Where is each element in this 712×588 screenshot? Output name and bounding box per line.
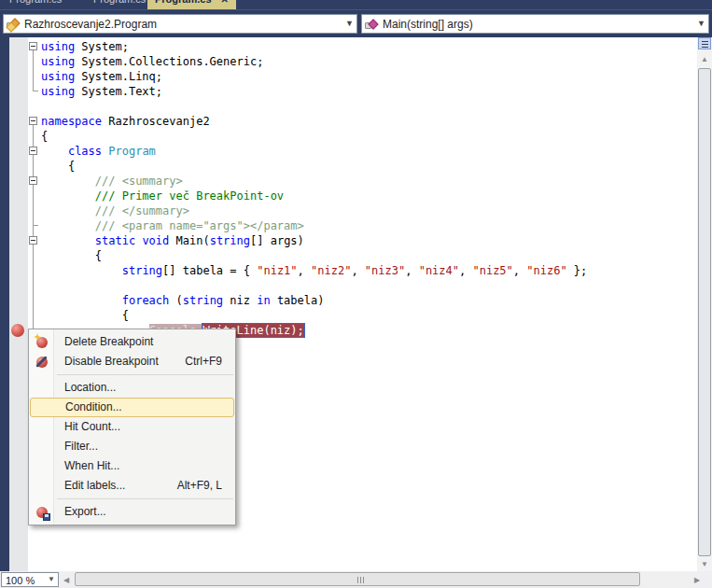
code-segment-ty: Program	[108, 145, 156, 158]
code-line[interactable]: {	[41, 129, 587, 144]
code-line[interactable]: /// <param name="args"></param>	[41, 218, 587, 233]
breakpoint-glyph[interactable]	[11, 324, 24, 337]
code-line[interactable]: foreach (string niz in tabela)	[41, 293, 587, 308]
scroll-right-icon[interactable]: ▶	[692, 576, 702, 584]
menu-item-hit-count[interactable]: Hit Count...	[29, 417, 235, 437]
collapse-minus-icon[interactable]	[29, 117, 37, 125]
code-line[interactable]: /// Primer več BreakPoint-ov	[41, 189, 587, 203]
collapse-minus-icon[interactable]	[29, 236, 37, 245]
menu-item-export[interactable]: Export...	[29, 502, 235, 522]
collapse-minus-icon[interactable]	[29, 42, 37, 50]
code-segment-doc: /// <param name="args"></param>	[41, 219, 304, 232]
code-segment-kw: using	[41, 40, 75, 53]
vertical-scroll-thumb[interactable]	[698, 68, 711, 556]
code-segment-pl: System.Collections.Generic;	[75, 55, 263, 68]
code-segment-str: "niz1"	[257, 264, 297, 277]
code-segment-kw: namespace	[41, 115, 102, 128]
horizontal-scroll-thumb[interactable]	[75, 572, 640, 586]
code-segment-kw: using	[41, 85, 75, 98]
menu-item-shortcut: Ctrl+F9	[185, 352, 222, 371]
members-dropdown-value: Main(string[] args)	[383, 18, 473, 31]
code-segment-pl: [] tabela = {	[162, 264, 257, 277]
code-line[interactable]: using System.Linq;	[41, 69, 587, 84]
scroll-up-icon[interactable]: ▲	[697, 55, 712, 63]
menu-item-label: Location...	[64, 381, 116, 394]
class-icon	[7, 17, 21, 32]
code-text[interactable]: using System;using System.Collections.Ge…	[41, 39, 587, 338]
code-segment-str: "niz3"	[365, 264, 405, 277]
code-line[interactable]: {	[41, 248, 587, 263]
chevron-down-icon[interactable]: ▼	[344, 19, 355, 29]
code-segment-pl: ,	[459, 264, 472, 277]
menu-item-label: Disable Breakpoint	[64, 355, 159, 368]
menu-item-location[interactable]: Location...	[29, 378, 235, 398]
scroll-grip	[357, 577, 370, 583]
collapse-minus-icon[interactable]	[29, 176, 37, 185]
code-segment-pl: tabela)	[271, 294, 325, 307]
code-segment-pl: {	[41, 309, 129, 322]
splitter-handle[interactable]	[698, 37, 711, 49]
code-line[interactable]: /// </summary>	[41, 203, 587, 218]
breakpoint-margin[interactable]	[9, 37, 28, 571]
menu-item-label: Filter...	[64, 440, 98, 453]
code-segment-pl	[41, 145, 68, 158]
code-segment-pl	[41, 264, 122, 277]
outline-guide	[33, 50, 34, 91]
code-segment-pl: System.Text;	[75, 85, 162, 98]
outline-guide	[33, 185, 34, 226]
outline-guide-end	[33, 91, 38, 91]
code-segment-com: /// Primer več BreakPoint-ov	[41, 189, 284, 203]
code-segment-kw: string	[183, 294, 223, 307]
code-line[interactable]	[41, 278, 587, 293]
members-dropdown[interactable]: Main(string[] args) ▼	[361, 14, 709, 34]
scroll-left-icon[interactable]: ◀	[62, 576, 71, 584]
menu-item-label: Export...	[64, 505, 106, 518]
types-dropdown-value: Razhroscevanje2.Program	[24, 18, 157, 31]
menu-item-delete-breakpoint[interactable]: Delete Breakpoint	[29, 332, 235, 352]
tab-label: Program.cs	[93, 0, 146, 5]
menu-item-label: Delete Breakpoint	[64, 335, 153, 348]
code-segment-pl: {	[41, 160, 75, 173]
menu-item-edit-labels[interactable]: Edit labels...Alt+F9, L	[29, 476, 235, 496]
horizontal-scrollbar[interactable]	[73, 572, 691, 587]
code-segment-pl: System.Linq;	[75, 70, 162, 83]
code-line[interactable]: namespace Razhroscevanje2	[41, 114, 587, 129]
code-segment-kw: class	[68, 145, 102, 158]
breakpoint-delete-icon	[35, 336, 49, 349]
vertical-scrollbar[interactable]: ▲ ▼	[697, 37, 712, 571]
menu-item-when-hit[interactable]: When Hit...	[29, 456, 235, 476]
menu-item-shortcut: Alt+F9, L	[177, 476, 222, 496]
menu-separator	[57, 498, 233, 499]
code-segment-pl: (	[169, 294, 182, 307]
code-line[interactable]: class Program	[41, 144, 587, 159]
outline-guide	[33, 245, 34, 330]
code-segment-kw: string	[210, 234, 250, 247]
chevron-down-icon[interactable]: ▼	[696, 19, 706, 29]
code-segment-pl: Razhroscevanje2	[102, 115, 210, 128]
menu-item-condition[interactable]: Condition...	[30, 398, 234, 417]
zoom-control[interactable]: 100 % ▼	[1, 572, 59, 587]
tab-label: Program.cs	[155, 0, 212, 5]
types-dropdown[interactable]: Razhroscevanje2.Program ▼	[3, 14, 357, 34]
menu-item-disable-breakpoint[interactable]: Disable BreakpointCtrl+F9	[29, 352, 235, 371]
scroll-down-icon[interactable]: ▼	[697, 560, 712, 568]
code-line[interactable]: {	[41, 159, 587, 174]
close-icon[interactable]: ✕	[221, 0, 229, 5]
code-segment-pl: ,	[298, 264, 311, 277]
menu-item-filter[interactable]: Filter...	[29, 437, 235, 456]
code-line[interactable]: string[] tabela = { "niz1", "niz2", "niz…	[41, 263, 587, 278]
collapse-minus-icon[interactable]	[29, 147, 37, 155]
code-line[interactable]: /// <summary>	[41, 174, 587, 189]
code-segment-pl: Main(	[169, 234, 209, 247]
chevron-down-icon[interactable]: ▼	[48, 575, 55, 583]
code-segment-str: "niz2"	[311, 264, 351, 277]
code-line[interactable]: static void Main(string[] args)	[41, 233, 587, 248]
code-line[interactable]: using System.Collections.Generic;	[41, 54, 587, 69]
menu-item-label: Condition...	[65, 400, 122, 413]
code-line[interactable]	[41, 99, 587, 114]
code-line[interactable]: {	[41, 308, 587, 323]
breakpoint-disable-icon	[35, 356, 49, 369]
code-segment-pl	[41, 234, 95, 247]
code-line[interactable]: using System.Text;	[41, 84, 587, 99]
code-line[interactable]: using System;	[41, 39, 587, 54]
